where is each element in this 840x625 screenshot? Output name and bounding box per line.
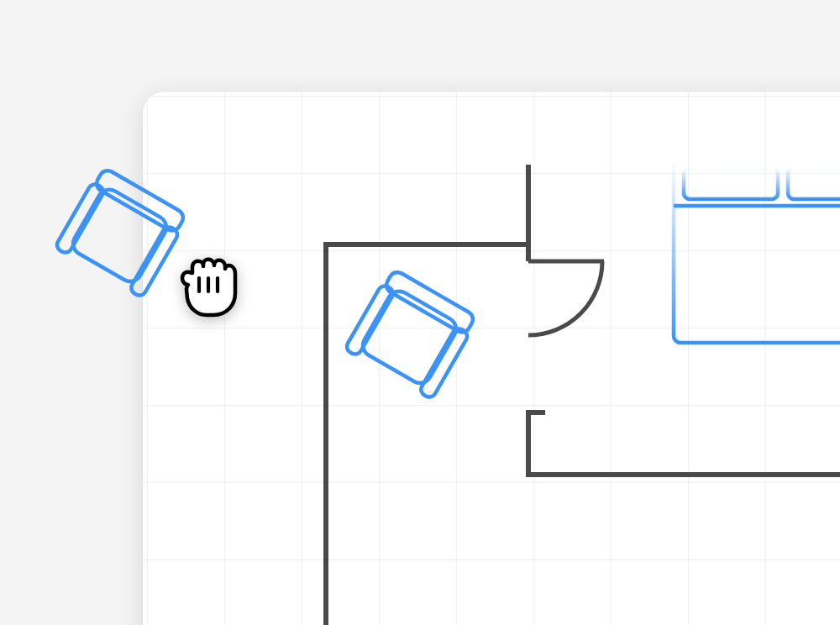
svg-rect-15 <box>418 327 470 400</box>
svg-rect-13 <box>384 270 476 336</box>
walls <box>323 92 840 625</box>
bed-double[interactable] <box>674 160 840 343</box>
svg-rect-11 <box>788 168 840 199</box>
svg-rect-18 <box>55 182 106 255</box>
floorplan-scene[interactable] <box>143 92 840 625</box>
svg-rect-14 <box>344 284 396 357</box>
svg-rect-10 <box>684 168 778 199</box>
floorplan-canvas-panel[interactable] <box>143 92 840 625</box>
armchair-placed[interactable] <box>344 268 479 400</box>
door-swing <box>528 261 604 335</box>
svg-rect-8 <box>674 160 840 343</box>
grabbing-hand-cursor-icon <box>171 255 240 327</box>
